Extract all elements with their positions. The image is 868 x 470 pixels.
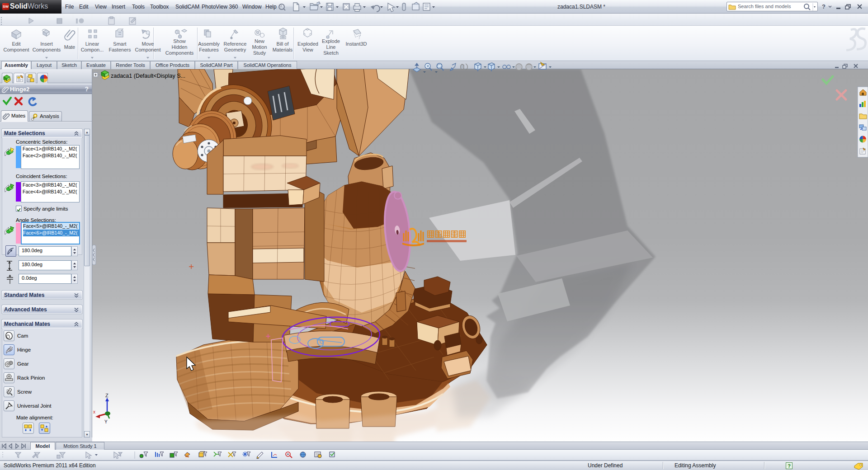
svg-text:Y: Y (104, 419, 108, 424)
svg-text:Z: Z (105, 393, 108, 398)
svg-text:zadaca1 (Default<Display S...: zadaca1 (Default<Display S... (111, 73, 185, 79)
svg-text:x: x (93, 409, 95, 414)
